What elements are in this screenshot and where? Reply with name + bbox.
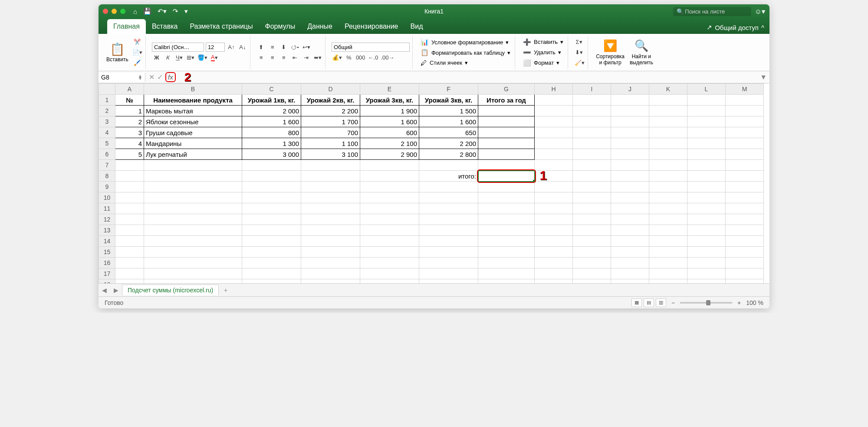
close-icon[interactable]	[103, 9, 108, 14]
cell-B8[interactable]	[144, 171, 242, 182]
cell-B12[interactable]	[144, 214, 242, 225]
cell-F4[interactable]: 650	[419, 127, 478, 138]
cell-A2[interactable]: 1	[115, 106, 144, 116]
col-header-M[interactable]: M	[726, 84, 764, 95]
cell-K5[interactable]	[649, 138, 687, 149]
cell-B17[interactable]	[144, 268, 242, 279]
cell-G12[interactable]	[478, 214, 535, 225]
cell-J2[interactable]	[611, 106, 649, 116]
tab-Главная[interactable]: Главная	[107, 19, 146, 34]
cell-B5[interactable]: Мандарины	[144, 138, 242, 149]
cell-E4[interactable]: 600	[360, 127, 419, 138]
cell-C18[interactable]	[242, 279, 301, 284]
col-header-I[interactable]: I	[573, 84, 611, 95]
cell-D6[interactable]: 3 100	[301, 149, 360, 160]
cell-B10[interactable]	[144, 192, 242, 203]
cell-G14[interactable]	[478, 236, 535, 247]
name-box[interactable]: G8 ▲▼	[99, 73, 145, 82]
col-header-A[interactable]: A	[115, 84, 144, 95]
cell-I10[interactable]	[573, 192, 611, 203]
cell-E3[interactable]: 1 600	[360, 116, 419, 127]
col-header-D[interactable]: D	[301, 84, 360, 95]
cell-J8[interactable]	[611, 171, 649, 182]
share-button[interactable]: ↗ Общий доступ ^	[701, 21, 769, 34]
cell-F9[interactable]	[419, 182, 478, 192]
format-cells-button[interactable]: ⬜Формат ▾	[521, 58, 565, 68]
merge-icon[interactable]: ⬌▾	[313, 53, 322, 63]
cell-G2[interactable]	[478, 106, 535, 116]
cell-H14[interactable]	[535, 236, 573, 247]
row-header-9[interactable]: 9	[99, 182, 115, 192]
underline-button[interactable]: Ч▾	[174, 53, 184, 63]
cell-M16[interactable]	[726, 258, 764, 268]
cell-M1[interactable]	[726, 95, 764, 106]
undo-icon[interactable]: ↶▾	[158, 7, 167, 15]
cell-H4[interactable]	[535, 127, 573, 138]
cell-C15[interactable]	[242, 247, 301, 258]
cell-L10[interactable]	[687, 192, 726, 203]
cell-C14[interactable]	[242, 236, 301, 247]
cell-M10[interactable]	[726, 192, 764, 203]
cell-K6[interactable]	[649, 149, 687, 160]
cell-H9[interactable]	[535, 182, 573, 192]
normal-view-icon[interactable]: ▦	[631, 298, 642, 307]
cell-F13[interactable]	[419, 225, 478, 236]
cell-C13[interactable]	[242, 225, 301, 236]
cell-F12[interactable]	[419, 214, 478, 225]
fill-icon[interactable]: ⬇▾	[574, 48, 584, 57]
cell-H16[interactable]	[535, 258, 573, 268]
cell-H18[interactable]	[535, 279, 573, 284]
decrease-font-icon[interactable]: A↓	[238, 43, 247, 52]
cell-D11[interactable]	[301, 203, 360, 214]
tab-Рецензирование[interactable]: Рецензирование	[339, 19, 404, 34]
cell-C9[interactable]	[242, 182, 301, 192]
row-header-16[interactable]: 16	[99, 258, 115, 268]
cell-I15[interactable]	[573, 247, 611, 258]
cell-D10[interactable]	[301, 192, 360, 203]
paste-button[interactable]: 📋 Вставить	[105, 40, 130, 64]
cell-B6[interactable]: Лук репчатый	[144, 149, 242, 160]
cell-C1[interactable]: Урожай 1кв, кг.	[242, 95, 301, 106]
cell-D8[interactable]	[301, 171, 360, 182]
number-format-select[interactable]	[332, 43, 410, 52]
cell-F18[interactable]	[419, 279, 478, 284]
add-sheet-button[interactable]: +	[219, 285, 233, 295]
zoom-slider[interactable]	[680, 302, 732, 304]
cell-D17[interactable]	[301, 268, 360, 279]
currency-icon[interactable]: 💰▾	[332, 53, 342, 62]
cell-D9[interactable]	[301, 182, 360, 192]
row-header-3[interactable]: 3	[99, 116, 115, 127]
cell-E17[interactable]	[360, 268, 419, 279]
cell-J18[interactable]	[611, 279, 649, 284]
enter-formula-icon[interactable]: ✓	[157, 73, 163, 81]
cell-B13[interactable]	[144, 225, 242, 236]
cell-M17[interactable]	[726, 268, 764, 279]
cell-C5[interactable]: 1 300	[242, 138, 301, 149]
cell-E5[interactable]: 2 100	[360, 138, 419, 149]
qat-customize-icon[interactable]: ▾	[184, 7, 188, 15]
cell-A12[interactable]	[115, 214, 144, 225]
cell-G9[interactable]	[478, 182, 535, 192]
italic-button[interactable]: К	[163, 53, 173, 63]
cell-F16[interactable]	[419, 258, 478, 268]
cell-K3[interactable]	[649, 116, 687, 127]
wrap-text-icon[interactable]: ↩▾	[302, 43, 311, 52]
cell-I8[interactable]	[573, 171, 611, 182]
cell-L6[interactable]	[687, 149, 726, 160]
insert-function-button[interactable]: fx	[165, 72, 176, 82]
clear-icon[interactable]: 🧹▾	[574, 58, 585, 68]
cell-A16[interactable]	[115, 258, 144, 268]
cell-M18[interactable]	[726, 279, 764, 284]
cell-C4[interactable]: 800	[242, 127, 301, 138]
row-header-15[interactable]: 15	[99, 247, 115, 258]
cell-J13[interactable]	[611, 225, 649, 236]
cell-I13[interactable]	[573, 225, 611, 236]
cell-M5[interactable]	[726, 138, 764, 149]
cell-A9[interactable]	[115, 182, 144, 192]
zoom-level[interactable]: 100 %	[746, 299, 763, 306]
cell-G10[interactable]	[478, 192, 535, 203]
cell-B16[interactable]	[144, 258, 242, 268]
cell-A17[interactable]	[115, 268, 144, 279]
font-select[interactable]	[152, 43, 204, 52]
cell-I7[interactable]	[573, 160, 611, 171]
